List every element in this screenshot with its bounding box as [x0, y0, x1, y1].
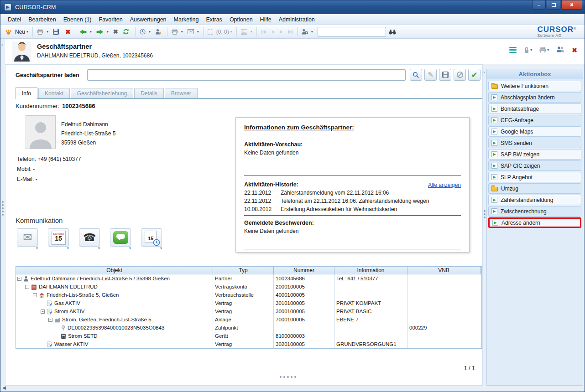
aktionsbox-item-zwischenrechnung[interactable]: ▶Zwischenrechnung [488, 206, 581, 217]
delete-button[interactable]: ✖ [63, 26, 73, 37]
loader-input[interactable] [87, 69, 406, 81]
right-splitter-handle[interactable] [484, 210, 486, 218]
chevron-down-icon[interactable]: ▾ [129, 246, 131, 250]
aktionsbox-item-bonitaetsabfrage[interactable]: ▶Bonitätsabfrage [488, 103, 581, 114]
tab-browser[interactable]: Browser [165, 88, 198, 98]
menu-optionen[interactable]: Optionen [226, 15, 256, 24]
column-header-objekt[interactable]: Objekt [16, 267, 213, 274]
aktionsbox-item-slp-angebot[interactable]: ▶SLP Angebot [488, 172, 581, 182]
menu-favoriten[interactable]: Favoriten [95, 15, 126, 24]
column-header-information[interactable]: Information [334, 267, 407, 274]
table-row[interactable]: Wasser AKTIV Vertrag 3020100005 GRUNDVER… [16, 340, 481, 348]
historie-date: 22.11.2012 [244, 198, 271, 204]
forward-button[interactable]: ▾ [94, 26, 110, 37]
new-button[interactable]: Neu ▾ [3, 26, 30, 37]
confirm-button[interactable]: ✔ [468, 69, 481, 81]
nav-last-button[interactable] [286, 26, 295, 37]
aktionsbox-item-weitere-funktionen[interactable]: Weitere Funktionen [488, 81, 581, 91]
search-button[interactable] [410, 69, 422, 81]
tab-info[interactable]: Info [16, 87, 37, 99]
email-action-button[interactable]: ✉▾ [17, 228, 38, 247]
discard-button[interactable] [454, 69, 466, 81]
left-splitter-handle[interactable] [2, 201, 4, 216]
menu-ebenen[interactable]: Ebenen (1) [60, 15, 95, 24]
phone-action-button[interactable]: ☎▾ [79, 228, 100, 247]
table-row[interactable]: − Strom, Gießen, Friedrich-List-Straße 5… [16, 315, 481, 324]
back-button[interactable]: ▾ [78, 26, 94, 37]
table-row[interactable]: Gas AKTIV Vertrag 3010100005 PRIVAT KOMP… [16, 299, 481, 307]
permissions-button[interactable] [153, 26, 165, 37]
edit-button[interactable]: ✎ [424, 69, 437, 81]
collapse-toggle[interactable]: − [33, 293, 37, 297]
aktionsbox-item-ceg-anfrage[interactable]: ▶CEG-Anfrage [488, 115, 581, 125]
menu-administration[interactable]: Administration [275, 15, 319, 24]
bottom-splitter-handle[interactable] [280, 376, 296, 378]
toolbar-search-input[interactable] [318, 27, 386, 37]
history-button[interactable]: ▾ [138, 26, 152, 37]
person-search-button[interactable]: ▾ [300, 26, 315, 37]
tab-geschaeftsbeziehung[interactable]: Geschäftsbeziehung [71, 88, 133, 98]
alle-anzeigen-link[interactable]: Alle anzeigen [428, 182, 461, 188]
appointment-action-button[interactable]: Samstag15 ▾ [48, 228, 69, 247]
close-button[interactable]: ✖ [561, 0, 582, 10]
save-button[interactable] [51, 26, 63, 37]
maximize-button[interactable] [547, 0, 560, 10]
aktionsbox-item-abschlagsplan-aendern[interactable]: ▶Abschlagsplan ändern [488, 92, 581, 103]
menu-auswertungen[interactable]: Auswertungen [126, 15, 170, 24]
aktionsbox-item-sap-cic-zeigen[interactable]: ▶SAP CIC zeigen [488, 160, 581, 171]
sms-action-button[interactable]: ▾ [110, 228, 131, 247]
task-action-button[interactable]: 15 ▾ [141, 228, 162, 247]
collapse-toggle[interactable]: − [25, 285, 29, 289]
collapse-left-panel-icon[interactable]: ‹ [1, 42, 3, 47]
menu-marketing[interactable]: Marketing [170, 15, 203, 24]
column-header-typ[interactable]: Typ [213, 267, 274, 274]
print-button[interactable]: ▾ [35, 26, 50, 37]
cancel-button[interactable]: ✖ [111, 26, 120, 37]
chevron-down-icon[interactable]: ▾ [160, 246, 162, 250]
collapse-toggle[interactable]: − [41, 309, 45, 314]
partners-button[interactable] [556, 46, 564, 54]
nav-next-button[interactable] [277, 26, 285, 37]
chevron-down-icon[interactable]: ▾ [36, 246, 38, 250]
table-row[interactable]: Strom SETD Gerät 8100000003 [16, 332, 481, 340]
column-header-vnb[interactable]: VNB [407, 267, 481, 274]
aktionsbox-item-sap-bw-zeigen[interactable]: ▶SAP BW zeigen [488, 149, 581, 160]
table-row[interactable]: − Strom AKTIV Vertrag 3000100005 PRIVAT … [16, 307, 481, 315]
chevron-down-icon[interactable]: ▾ [67, 246, 69, 250]
chevron-down-icon[interactable]: ▾ [98, 246, 100, 250]
minimize-button[interactable]: – [532, 0, 546, 10]
chevron-down-icon: ▾ [230, 30, 232, 34]
refresh-button[interactable] [121, 26, 133, 37]
aktionsbox-item-adresse-aendern[interactable]: ▶Adresse ändern [488, 217, 581, 228]
save-record-button[interactable] [439, 69, 451, 81]
collapse-toggle[interactable]: − [48, 318, 52, 322]
aktionsbox-item-zaehlerstandsmeldung[interactable]: ▶Zählerstandsmeldung [488, 195, 581, 205]
close-record-button[interactable]: ✖ [572, 46, 577, 54]
table-row[interactable]: − Edeltrud Dahlmann / Friedrich-List-Str… [16, 274, 481, 283]
table-row[interactable]: − DAHLMANN EDELTRUD Vertragskonto 200010… [16, 283, 481, 291]
nav-first-button[interactable] [259, 26, 268, 37]
menu-extras[interactable]: Extras [202, 15, 225, 24]
record-print-button[interactable]: ▾ [539, 47, 549, 53]
table-row[interactable]: − Friedrich-List-Straße 5, Gießen Verbra… [16, 291, 481, 299]
tab-kontakt[interactable]: Kontakt [38, 88, 70, 98]
aktionsbox-item-sms-senden[interactable]: ▶SMS senden [488, 138, 581, 148]
aktionsbox-item-umzug[interactable]: Umzug [488, 183, 581, 194]
column-header-nummer[interactable]: Nummer [274, 267, 334, 274]
menu-toggle-icon[interactable] [509, 47, 517, 53]
menu-bearbeiten[interactable]: Bearbeiten [25, 15, 59, 24]
find-button[interactable] [387, 26, 398, 37]
lock-button[interactable]: ▾ [524, 47, 532, 53]
menu-datei[interactable]: Datei [4, 15, 25, 24]
nav-prev-button[interactable] [269, 26, 277, 37]
table-row[interactable]: DE00022935398400010023N5035O0843 Zählpun… [16, 324, 481, 332]
image-button[interactable]: ▾ [239, 26, 254, 37]
send-button[interactable]: ▾ [186, 26, 201, 37]
bottom-left-arrow-icon[interactable]: ◀ [2, 385, 6, 390]
collapse-aktionsbox-icon[interactable]: › [483, 70, 485, 75]
collapse-toggle[interactable]: − [17, 277, 21, 281]
menu-hilfe[interactable]: Hilfe [256, 15, 275, 24]
aktionsbox-item-google-maps[interactable]: ▶Google Maps [488, 126, 581, 137]
print-list-button[interactable]: ▾ [170, 26, 185, 37]
tab-details[interactable]: Details [134, 88, 164, 98]
